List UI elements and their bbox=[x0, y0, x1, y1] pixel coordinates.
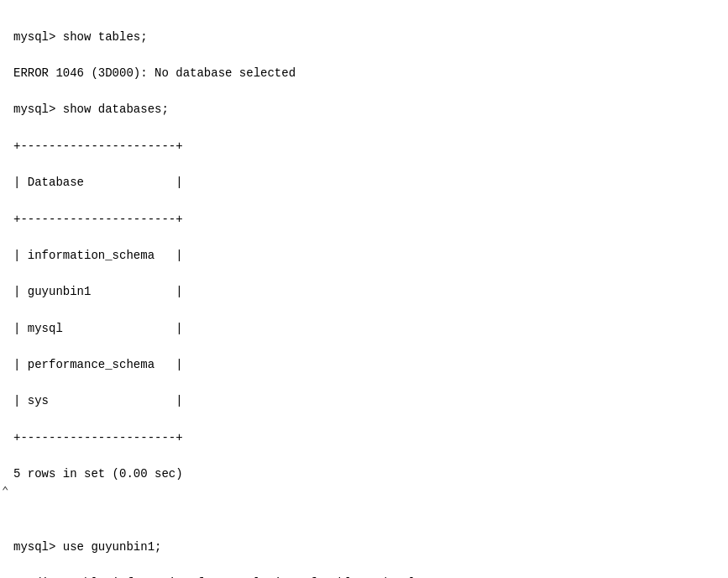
line-8: | guyunbin1 | bbox=[13, 283, 715, 302]
line-13: 5 rows in set (0.00 sec) bbox=[13, 465, 715, 484]
line-16: Reading table information for completion… bbox=[13, 575, 715, 578]
left-scroll-arrow[interactable]: ⌃ bbox=[2, 483, 8, 502]
line-5: | Database | bbox=[13, 174, 715, 192]
line-2: ERROR 1046 (3D000): No database selected bbox=[13, 65, 715, 83]
line-6: +----------------------+ bbox=[13, 211, 715, 229]
line-7: | information_schema | bbox=[13, 247, 715, 265]
line-3: mysql> show databases; bbox=[13, 101, 715, 119]
line-1: mysql> show tables; bbox=[13, 29, 715, 47]
line-12: +----------------------+ bbox=[13, 429, 715, 448]
line-15: mysql> use guyunbin1; bbox=[13, 539, 715, 557]
line-14 bbox=[13, 502, 715, 521]
line-10: | performance_schema | bbox=[13, 356, 715, 375]
line-9: | mysql | bbox=[13, 320, 715, 339]
terminal-output: mysql> show tables; ERROR 1046 (3D000): … bbox=[13, 10, 715, 578]
line-4: +----------------------+ bbox=[13, 138, 715, 156]
line-11: | sys | bbox=[13, 392, 715, 411]
